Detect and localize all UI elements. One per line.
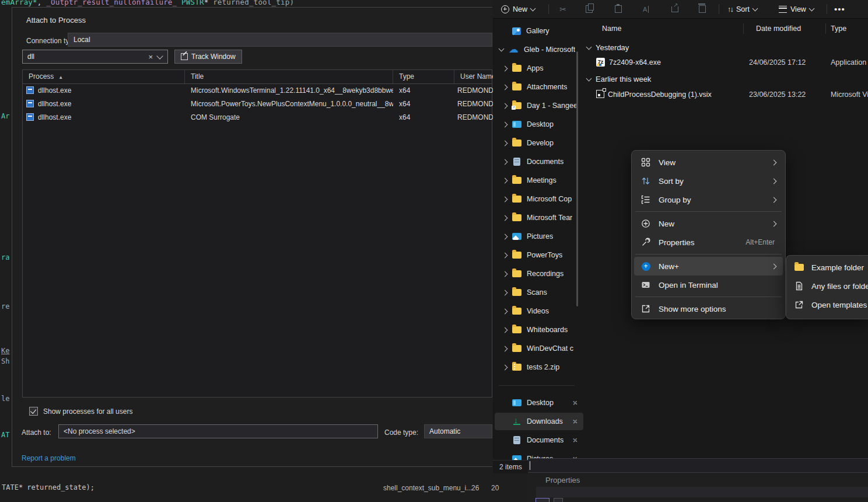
paste-button[interactable] bbox=[615, 0, 622, 18]
file-icon bbox=[794, 281, 804, 291]
sidebar-item-whiteboards[interactable]: Whiteboards bbox=[495, 321, 583, 339]
file-row-7z[interactable]: 7z 7z2409-x64.exe 24/06/2025 17:12 Appli… bbox=[583, 55, 868, 69]
sidebar-item-powertoys[interactable]: PowerToys bbox=[495, 246, 583, 264]
column-header-process[interactable]: Process▲ bbox=[23, 70, 185, 83]
chevron-down-icon bbox=[586, 75, 592, 81]
sidebar-item-attachments[interactable]: Attachments bbox=[495, 78, 583, 96]
toolbar-divider bbox=[548, 4, 549, 14]
rename-icon: A bbox=[643, 6, 649, 13]
folder-icon bbox=[512, 252, 522, 259]
column-header-title[interactable]: Title bbox=[185, 70, 393, 83]
submenu-item-any-files[interactable]: Any files or folde bbox=[789, 277, 868, 295]
table-row[interactable]: dllhost.exe Microsoft.WindowsTerminal_1.… bbox=[23, 84, 492, 97]
grid-view-icon bbox=[641, 158, 650, 167]
sort-arrows-icon bbox=[641, 176, 650, 186]
sidebar-item-desktop[interactable]: Desktop bbox=[495, 116, 583, 133]
sidebar-item-day1[interactable]: Day 1 - Sangee bbox=[495, 97, 583, 114]
folder-icon bbox=[512, 289, 522, 296]
submenu-item-example-folder[interactable]: Example folder bbox=[789, 258, 868, 277]
vs-code-fragment: ra bbox=[1, 253, 9, 262]
group-header-earlier-this-week[interactable]: Earlier this week bbox=[587, 72, 651, 85]
column-header-user[interactable]: User Name bbox=[454, 70, 493, 83]
menu-item-show-more-options[interactable]: Show more options bbox=[634, 299, 783, 318]
menu-item-new-plus[interactable]: + New+ bbox=[634, 257, 783, 276]
file-row-vsix[interactable]: ChildProcessDebugging (1).vsix 23/06/202… bbox=[583, 88, 868, 102]
scissors-icon: ✂ bbox=[558, 5, 568, 14]
sidebar-item-documents[interactable]: Documents bbox=[495, 153, 583, 170]
column-header-date-modified[interactable]: Date modified bbox=[756, 22, 801, 35]
sidebar-item-meetings[interactable]: Meetings bbox=[495, 172, 583, 189]
menu-item-view[interactable]: View bbox=[634, 153, 783, 172]
sidebar-item-scans[interactable]: Scans bbox=[495, 284, 583, 301]
sidebar-item-pictures[interactable]: Pictures bbox=[495, 228, 583, 245]
new-button[interactable]: New bbox=[501, 0, 535, 18]
track-window-label: Track Window bbox=[191, 53, 236, 61]
sidebar-item-tests-zip[interactable]: tests 2.zip bbox=[495, 358, 583, 376]
delete-button[interactable] bbox=[699, 0, 706, 18]
vs-properties-panel: Properties bbox=[528, 458, 868, 502]
sidebar-item-apps[interactable]: Apps bbox=[495, 60, 583, 77]
cut-button[interactable]: ✂ bbox=[558, 0, 568, 18]
vs-code-fragment: Sh bbox=[1, 357, 9, 365]
submenu-item-open-templates[interactable]: Open templates bbox=[789, 295, 868, 314]
sidebar-pinned-downloads[interactable]: Downloads✛ bbox=[495, 413, 583, 430]
properties-toolbar-button[interactable] bbox=[536, 498, 550, 502]
sidebar-item-microsoft-cop[interactable]: Microsoft Cop bbox=[495, 190, 583, 208]
column-header-name[interactable]: Name bbox=[602, 22, 621, 35]
menu-item-properties[interactable]: Properties Alt+Enter bbox=[634, 233, 783, 252]
sort-ascending-icon: ▲ bbox=[58, 75, 63, 80]
dialog-title: Attach to Process bbox=[26, 16, 86, 25]
filter-value: dll bbox=[23, 53, 145, 61]
process-filter-input[interactable]: dll × bbox=[22, 50, 168, 64]
sidebar-item-onedrive[interactable]: ☁ Gleb - Microsoft bbox=[495, 41, 583, 58]
sort-button[interactable]: ↑↓ Sort bbox=[727, 0, 757, 18]
trash-icon bbox=[699, 5, 706, 13]
chevron-down-icon[interactable] bbox=[156, 53, 163, 59]
sidebar-item-microsoft-tear[interactable]: Microsoft Tear bbox=[495, 209, 583, 226]
report-a-problem-link[interactable]: Report a problem bbox=[22, 454, 76, 462]
column-header-type[interactable]: Type bbox=[831, 22, 846, 35]
connection-type-select[interactable]: Local bbox=[68, 33, 492, 47]
attach-to-field[interactable]: <No process selected> bbox=[58, 424, 378, 438]
menu-item-open-in-terminal[interactable]: Open in Terminal bbox=[634, 276, 783, 294]
track-window-button[interactable]: Track Window bbox=[174, 50, 242, 64]
sidebar-item-recordings[interactable]: Recordings bbox=[495, 265, 583, 283]
sidebar-scrollbar[interactable] bbox=[576, 51, 578, 306]
rename-button[interactable]: A bbox=[643, 0, 649, 18]
toolbar-divider bbox=[719, 4, 719, 14]
menu-item-group-by[interactable]: Group by bbox=[634, 190, 783, 209]
folder-shortcut-icon bbox=[512, 102, 522, 109]
view-button[interactable]: View bbox=[779, 0, 814, 18]
properties-toolbar-button[interactable] bbox=[554, 498, 563, 502]
text-caret bbox=[530, 461, 530, 470]
code-type-select[interactable]: Automatic bbox=[424, 424, 492, 438]
clear-filter-icon[interactable]: × bbox=[145, 53, 156, 61]
show-all-users-label: Show processes for all users bbox=[43, 407, 132, 416]
sidebar-item-gallery[interactable]: Gallery bbox=[495, 22, 583, 40]
chevron-down-icon[interactable] bbox=[499, 46, 505, 52]
sidebar-pinned-desktop[interactable]: Desktop✛ bbox=[495, 394, 583, 412]
sidebar-pinned-documents[interactable]: Documents✛ bbox=[495, 431, 583, 449]
column-divider[interactable] bbox=[825, 23, 826, 34]
sidebar-item-videos[interactable]: Videos bbox=[495, 302, 583, 320]
sidebar-item-windevchat[interactable]: WinDevChat c bbox=[495, 340, 583, 357]
vs-code-fragment: Ke bbox=[1, 347, 9, 355]
gallery-icon bbox=[512, 27, 521, 35]
process-icon bbox=[26, 113, 34, 121]
menu-item-sort-by[interactable]: Sort by bbox=[634, 172, 783, 190]
menu-item-new[interactable]: New bbox=[634, 214, 783, 233]
see-more-button[interactable]: ••• bbox=[834, 0, 845, 18]
new-plus-icon: + bbox=[642, 262, 650, 271]
downloads-icon bbox=[512, 417, 522, 426]
group-header-yesterday[interactable]: Yesterday bbox=[587, 41, 629, 54]
share-button[interactable] bbox=[671, 0, 678, 18]
table-row[interactable]: dllhost.exe Microsoft.PowerToys.NewPlusC… bbox=[23, 97, 492, 111]
table-row[interactable]: dllhost.exe COM Surrogate x64 REDMOND bbox=[23, 111, 492, 124]
copy-button[interactable] bbox=[586, 0, 593, 18]
properties-search-box[interactable] bbox=[528, 459, 868, 473]
sidebar-item-develop[interactable]: Develop bbox=[495, 134, 583, 152]
plus-circle-icon bbox=[641, 219, 650, 228]
column-divider[interactable] bbox=[743, 23, 744, 34]
column-header-type[interactable]: Type bbox=[393, 70, 454, 83]
show-all-users-checkbox[interactable] bbox=[29, 407, 38, 416]
